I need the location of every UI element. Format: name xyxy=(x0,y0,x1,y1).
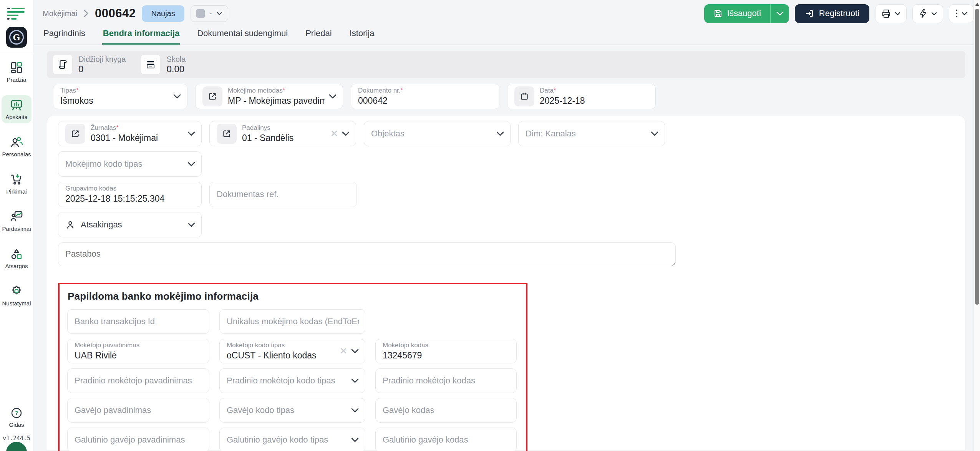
moketojo-kodas-field[interactable]: Mokėtojo kodas xyxy=(375,339,517,363)
print-button[interactable] xyxy=(875,4,907,23)
tab-bendra-informacija[interactable]: Bendra informacija xyxy=(102,25,180,45)
breadcrumb-root-link[interactable]: Mokėjimai xyxy=(43,9,77,18)
scroll-up-arrow-icon[interactable] xyxy=(975,3,979,6)
sidebar-item-pradzia[interactable]: Pradžia xyxy=(2,58,32,86)
sidebar-item-label: Gidas xyxy=(9,421,24,428)
pradinio-moketojo-kodo-tipas-select[interactable]: Pradinio mokėtojo kodo tipas xyxy=(219,368,365,393)
register-button[interactable]: Registruoti xyxy=(795,4,869,23)
field-placeholder: Atsakingas xyxy=(81,220,184,230)
pastabos-textarea[interactable] xyxy=(58,242,676,266)
galutinio-gavejo-pavadinimas-field[interactable] xyxy=(67,428,209,451)
chevron-down-icon[interactable] xyxy=(496,131,504,136)
company-logo[interactable]: G xyxy=(6,27,27,48)
galutinio-gavejo-kodo-tipas-select[interactable]: Galutinio gavėjo kodo tipas xyxy=(219,428,365,451)
grupavimo-kodas-input[interactable] xyxy=(65,194,195,204)
chevron-down-icon[interactable] xyxy=(173,94,181,99)
padalinys-select[interactable]: Padalinys 01 - Sandėlis ✕ xyxy=(209,121,356,146)
moketojo-kodas-input[interactable] xyxy=(383,350,510,360)
field-label: Mokėjimo metodas xyxy=(228,87,283,94)
external-link-icon[interactable] xyxy=(65,124,85,144)
dokumento-nr-input[interactable] xyxy=(358,96,493,106)
clear-x-icon[interactable]: ✕ xyxy=(330,129,338,138)
chevron-down-icon[interactable] xyxy=(187,222,195,227)
sidebar-item-personalas[interactable]: Personalas xyxy=(2,133,32,161)
gavejo-kodas-field[interactable] xyxy=(375,398,517,423)
stat-value: 0.00 xyxy=(166,64,186,75)
chevron-down-icon[interactable] xyxy=(342,131,350,136)
chevron-down-icon xyxy=(962,12,967,15)
sidebar-item-pirkimai[interactable]: Pirkimai xyxy=(2,170,32,198)
sidebar-item-gidas[interactable]: ? Gidas xyxy=(2,404,32,431)
sidebar-item-atsargos[interactable]: Atsargos xyxy=(2,244,32,272)
dokumento-nr-field[interactable]: Dokumento nr.* xyxy=(351,84,499,109)
mokejimo-kodo-tipas-select[interactable]: Mokėjimo kodo tipas xyxy=(58,151,202,177)
pradinio-moketojo-kodas-field[interactable] xyxy=(375,368,517,393)
topbar: Mokėjimai 000642 Naujas - xyxy=(34,0,973,22)
chevron-down-icon[interactable] xyxy=(351,408,359,413)
mokejimo-metodas-select[interactable]: Mokėjimo metodas* MP - Mokėjimas pavedim… xyxy=(195,84,343,109)
tab-priedai[interactable]: Priedai xyxy=(305,25,332,45)
chevron-down-icon[interactable] xyxy=(329,94,337,99)
moketojo-kodo-tipas-select[interactable]: Mokėtojo kodo tipas oCUST - Kliento koda… xyxy=(219,339,365,363)
chevron-down-icon[interactable] xyxy=(351,378,359,383)
chevron-down-icon[interactable] xyxy=(187,131,195,136)
save-button[interactable]: Išsaugoti xyxy=(704,8,770,18)
galutinio-gavejo-kodas-input[interactable] xyxy=(383,435,510,445)
more-menu-button[interactable] xyxy=(949,4,973,23)
zurnalas-select[interactable]: Žurnalas* 0301 - Mokėjimai xyxy=(58,121,202,146)
data-field[interactable]: Data* xyxy=(507,84,656,109)
tab-pagrindinis[interactable]: Pagrindinis xyxy=(43,25,86,45)
pradinio-moketojo-pavadinimas-field[interactable] xyxy=(67,368,209,393)
galutinio-gavejo-kodas-field[interactable] xyxy=(375,428,517,451)
sidebar-item-apskaita[interactable]: Apskaita xyxy=(2,95,32,123)
banko-transakcijos-id-input[interactable] xyxy=(75,317,203,327)
grupavimo-kodas-field[interactable]: Grupavimo kodas xyxy=(58,182,202,207)
gavejo-pavadinimas-field[interactable] xyxy=(67,398,209,423)
chevron-down-icon[interactable] xyxy=(187,162,195,166)
pradinio-moketojo-kodas-input[interactable] xyxy=(383,376,510,386)
main-area: Mokėjimai 000642 Naujas - xyxy=(34,0,973,451)
atsakingas-select[interactable]: Atsakingas xyxy=(58,212,202,237)
dim-kanalas-select[interactable]: Dim: Kanalas xyxy=(518,121,665,146)
moketojo-pavadinimas-field[interactable]: Mokėtojo pavadinimas xyxy=(67,339,209,363)
galutinio-gavejo-pavadinimas-input[interactable] xyxy=(75,435,203,445)
quick-actions-button[interactable] xyxy=(912,4,943,23)
moketojo-pavadinimas-input[interactable] xyxy=(75,350,203,360)
sidebar-item-nustatymai[interactable]: Nustatymai xyxy=(2,282,32,310)
tab-dokumentai-sudengimui[interactable]: Dokumentai sudengimui xyxy=(196,25,289,45)
objektas-select[interactable]: Objektas xyxy=(364,121,511,146)
banko-transakcijos-id-field[interactable] xyxy=(67,309,209,334)
clear-x-icon[interactable]: ✕ xyxy=(340,347,347,356)
field-placeholder: Objektas xyxy=(371,129,492,139)
save-options-button[interactable] xyxy=(771,12,789,16)
field-label: Žurnalas xyxy=(91,124,116,131)
color-selector[interactable]: - xyxy=(191,5,229,22)
menu-icon[interactable] xyxy=(7,6,26,21)
external-link-icon[interactable] xyxy=(217,124,237,144)
gear-icon xyxy=(10,285,23,298)
sidebar-item-label: Pirkimai xyxy=(6,188,27,195)
stat-value: 0 xyxy=(78,64,126,75)
chevron-down-icon[interactable] xyxy=(351,438,359,442)
tipas-select[interactable]: Tipas* Išmokos xyxy=(53,84,187,109)
dokumentas-ref-input[interactable] xyxy=(217,189,350,199)
unikalus-kodas-field[interactable] xyxy=(219,309,365,334)
page-scrollbar[interactable] xyxy=(973,0,980,451)
sidebar-item-pardavimai[interactable]: Pardavimai xyxy=(2,207,32,235)
status-badge[interactable]: Naujas xyxy=(142,5,184,22)
pradinio-moketojo-pavadinimas-input[interactable] xyxy=(75,376,203,386)
tab-istorija[interactable]: Istorija xyxy=(349,25,375,45)
calendar-icon[interactable] xyxy=(514,86,534,106)
chevron-down-icon[interactable] xyxy=(651,131,658,136)
unikalus-kodas-input[interactable] xyxy=(227,317,359,327)
toolbar: Išsaugoti Registruoti xyxy=(704,4,973,23)
data-input[interactable] xyxy=(540,96,649,106)
gavejo-kodo-tipas-select[interactable]: Gavėjo kodo tipas xyxy=(219,398,365,423)
chevron-down-icon[interactable] xyxy=(351,349,359,353)
field-placeholder: Pradinio mokėtojo kodo tipas xyxy=(227,376,347,386)
external-link-icon[interactable] xyxy=(202,86,222,106)
scrollbar-thumb[interactable] xyxy=(975,9,979,305)
gavejo-kodas-input[interactable] xyxy=(383,405,510,415)
gavejo-pavadinimas-input[interactable] xyxy=(75,405,203,415)
dokumentas-ref-field[interactable] xyxy=(209,182,357,207)
